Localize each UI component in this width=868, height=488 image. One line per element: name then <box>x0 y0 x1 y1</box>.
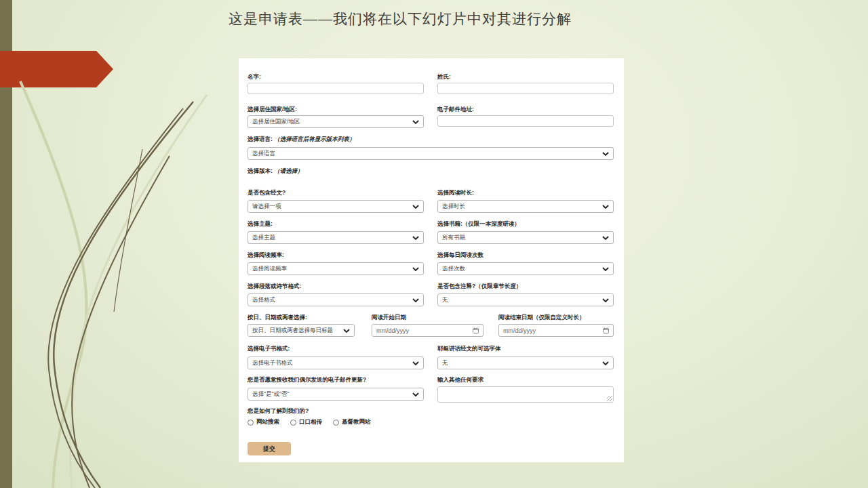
chevron-down-icon <box>412 298 419 302</box>
end-date-label: 阅读结束日期（仅限自定义时长） <box>498 314 585 322</box>
scripture-label: 是否包含经文? <box>248 189 285 197</box>
duration-select-value: 选择时长 <box>442 203 465 211</box>
language-select[interactable]: 选择语言 <box>248 147 614 160</box>
day-date-label: 按日、日期或两者选择: <box>248 314 307 322</box>
other-requests-label: 输入其他任何要求 <box>437 376 484 384</box>
topic-select[interactable]: 选择主题 <box>248 231 424 244</box>
email-label: 电子邮件地址: <box>437 106 474 114</box>
language-label: 选择语言: （选择语言后将显示版本列表） <box>248 136 355 144</box>
language-select-value: 选择语言 <box>252 150 275 158</box>
ebook-label: 选择电子书格式: <box>248 345 290 353</box>
last-name-label: 姓氏: <box>437 73 451 81</box>
version-label: 选择版本: （请选择） <box>248 167 303 176</box>
chevron-down-icon <box>412 205 419 209</box>
referral-option-word-of-mouth[interactable]: 口口相传 <box>290 418 322 426</box>
book-label: 选择书籍:（仅限一本深度研读） <box>437 220 520 228</box>
commentary-select[interactable]: 无 <box>437 293 614 306</box>
email-input[interactable] <box>437 115 614 127</box>
ebook-select[interactable]: 选择电子书格式 <box>248 357 424 369</box>
referral-radio-group: 网站搜索 口口相传 基督教网站 <box>248 418 371 426</box>
frequency-select[interactable]: 选择阅读频率 <box>248 262 424 275</box>
country-label: 选择居住国家/地区: <box>248 106 297 114</box>
chevron-down-icon <box>412 120 419 124</box>
jesus-font-label: 耶稣讲话经文的可选字体 <box>437 345 501 353</box>
scripture-select-value: 请选择一项 <box>252 203 281 211</box>
chevron-down-icon <box>412 392 419 396</box>
frequency-label: 选择阅读频率: <box>248 251 284 260</box>
start-date-placeholder: mm/dd/yyyy <box>376 327 409 334</box>
referral-option-website-search[interactable]: 网站搜索 <box>248 418 279 426</box>
commentary-select-value: 无 <box>442 296 448 304</box>
commentary-label: 是否包含注释?（仅限章节长度） <box>437 283 521 291</box>
chevron-down-icon <box>602 236 609 240</box>
daily-times-label: 选择每日阅读次数 <box>437 251 484 260</box>
radio-icon <box>290 420 296 426</box>
day-date-select-value: 按日、日期或两者选择每日标题 <box>252 327 333 335</box>
slide-title: 这是申请表——我们将在以下幻灯片中对其进行分解 <box>0 9 800 28</box>
email-updates-select-value: 选择"是"或"否" <box>252 390 290 399</box>
first-name-label: 名字: <box>248 73 261 81</box>
jesus-font-select-value: 无 <box>442 359 448 367</box>
start-date-input[interactable]: mm/dd/yyyy <box>372 324 484 337</box>
country-select-value: 选择居住国家/地区 <box>252 118 300 126</box>
country-select[interactable]: 选择居住国家/地区 <box>248 115 424 128</box>
passage-format-label: 选择段落或诗节格式: <box>248 283 301 291</box>
last-name-input[interactable] <box>437 83 614 94</box>
day-date-select[interactable]: 按日、日期或两者选择每日标题 <box>248 324 355 337</box>
duration-label: 选择阅读时长: <box>437 189 474 197</box>
chevron-down-icon <box>412 236 419 240</box>
end-date-input[interactable]: mm/dd/yyyy <box>498 324 614 337</box>
calendar-icon[interactable] <box>473 327 479 333</box>
referral-label: 您是如何了解到我们的? <box>248 407 309 415</box>
duration-select[interactable]: 选择时长 <box>437 200 614 213</box>
resize-handle[interactable] <box>607 396 612 401</box>
other-requests-textarea[interactable] <box>437 386 614 403</box>
jesus-font-select[interactable]: 无 <box>437 357 614 369</box>
scripture-select[interactable]: 请选择一项 <box>248 200 424 213</box>
red-arrow-shape <box>0 51 113 87</box>
chevron-down-icon <box>602 298 609 302</box>
first-name-input[interactable] <box>248 83 424 94</box>
chevron-down-icon <box>602 267 609 271</box>
daily-times-select[interactable]: 选择次数 <box>437 262 614 275</box>
radio-icon <box>248 420 254 426</box>
email-updates-select[interactable]: 选择"是"或"否" <box>248 388 424 401</box>
book-select-value: 所有书籍 <box>442 234 465 242</box>
chevron-down-icon <box>343 329 350 333</box>
passage-format-select-value: 选择格式 <box>252 296 275 304</box>
chevron-down-icon <box>602 205 609 209</box>
start-date-label: 阅读开始日期 <box>372 314 406 322</box>
topic-label: 选择主题: <box>248 220 273 228</box>
ebook-select-value: 选择电子书格式 <box>252 359 293 367</box>
email-updates-label: 您是否愿意接收我们偶尔发送的电子邮件更新? <box>248 376 366 384</box>
daily-times-select-value: 选择次数 <box>442 265 465 273</box>
passage-format-select[interactable]: 选择格式 <box>248 293 424 306</box>
book-select[interactable]: 所有书籍 <box>437 231 614 244</box>
chevron-down-icon <box>412 267 419 271</box>
submit-button[interactable]: 提交 <box>248 442 291 455</box>
frequency-select-value: 选择阅读频率 <box>252 265 287 273</box>
chevron-down-icon <box>412 361 419 365</box>
referral-option-christian-website[interactable]: 基督教网站 <box>333 418 371 426</box>
calendar-icon[interactable] <box>603 327 609 333</box>
end-date-placeholder: mm/dd/yyyy <box>503 327 536 334</box>
topic-select-value: 选择主题 <box>252 234 275 242</box>
application-form-card: 名字: 姓氏: 选择居住国家/地区: 选择居住国家/地区 电子邮件地址: 选择语… <box>239 58 624 462</box>
chevron-down-icon <box>602 361 609 365</box>
radio-icon <box>333 420 339 426</box>
chevron-down-icon <box>602 152 609 156</box>
